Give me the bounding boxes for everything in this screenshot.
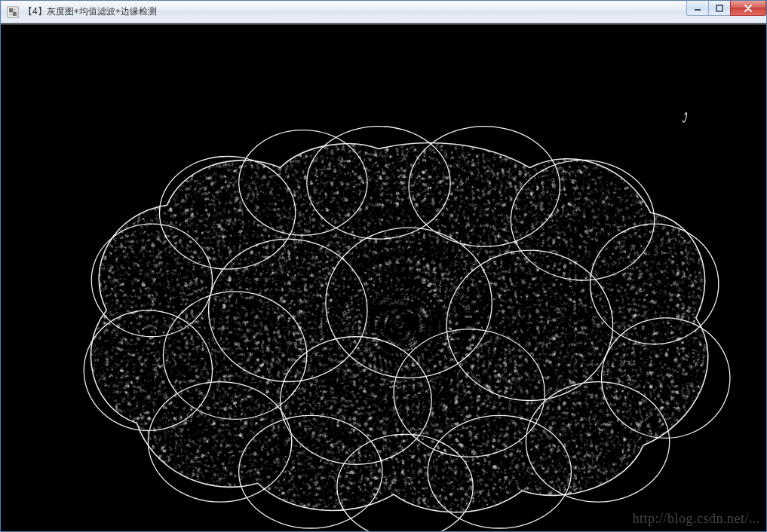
- image-viewport: http://blog.csdn.net/...: [1, 23, 766, 531]
- close-icon: [744, 5, 753, 12]
- svg-rect-4: [695, 9, 701, 11]
- svg-rect-5: [716, 5, 723, 11]
- svg-rect-2: [9, 8, 13, 12]
- opencv-app-icon: [7, 6, 19, 18]
- app-window: 【4】灰度图+均值滤波+边缘检测: [0, 0, 767, 532]
- minimize-icon: [694, 5, 701, 12]
- edge-detected-image: [1, 25, 766, 531]
- close-button[interactable]: [730, 1, 766, 16]
- window-title: 【4】灰度图+均值滤波+边缘检测: [23, 5, 157, 18]
- minimize-button[interactable]: [686, 1, 709, 16]
- maximize-button[interactable]: [708, 1, 731, 16]
- maximize-icon: [716, 5, 723, 12]
- svg-rect-3: [13, 12, 17, 16]
- window-controls: [687, 1, 766, 16]
- titlebar[interactable]: 【4】灰度图+均值滤波+边缘检测: [1, 1, 766, 23]
